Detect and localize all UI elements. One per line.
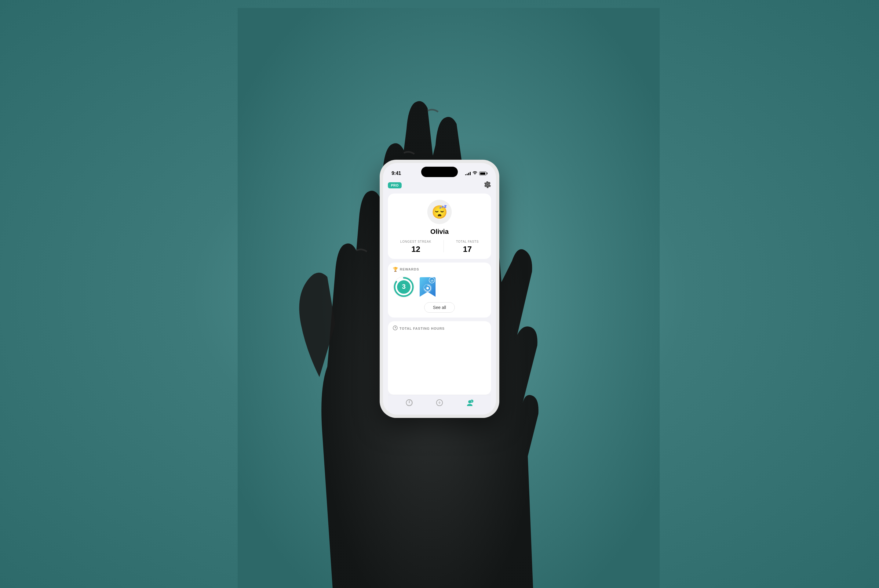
settings-icon[interactable] — [484, 181, 491, 190]
fasting-icon — [393, 326, 398, 331]
status-icons — [465, 171, 487, 176]
fasting-header: TOTAL FASTING HOURS — [393, 326, 486, 331]
profile-card: 😴 Olivia LONGEST STREAK 12 TOTAL FASTS 1… — [388, 194, 491, 259]
bottom-nav — [388, 395, 491, 415]
phone-screen: 9:41 — [383, 163, 496, 415]
profile-nav-icon — [466, 399, 474, 408]
longest-streak-value: 12 — [412, 244, 420, 254]
signal-bar-3 — [468, 173, 469, 175]
svg-point-8 — [426, 287, 429, 290]
badges-row: 3 — [393, 276, 486, 298]
svg-text:3: 3 — [402, 283, 406, 290]
phone-frame: 9:41 — [380, 160, 499, 418]
signal-bar-4 — [470, 172, 471, 175]
rewards-header: 🏆 REWARDS — [393, 267, 486, 272]
fasting-section: TOTAL FASTING HOURS — [388, 321, 491, 395]
screen-content: PRO 😴 Olivia — [383, 180, 496, 415]
trophy-icon: 🏆 — [393, 267, 398, 272]
svg-point-12 — [395, 328, 395, 328]
badge-fasts-10[interactable]: 10 — [418, 276, 437, 298]
avatar: 😴 — [427, 200, 452, 224]
svg-point-14 — [409, 402, 410, 403]
stat-divider — [443, 240, 444, 252]
badge-streak-3[interactable]: 3 — [393, 276, 415, 298]
nav-item-profile[interactable] — [466, 399, 474, 408]
status-time: 9:41 — [392, 171, 401, 176]
pro-badge: PRO — [388, 182, 402, 188]
wifi-icon — [472, 171, 477, 176]
svg-text:10: 10 — [430, 279, 433, 282]
nav-item-explore[interactable] — [436, 399, 443, 408]
see-all-btn-container: See all — [393, 302, 486, 313]
signal-bar-2 — [467, 174, 467, 175]
total-fasts-stat: TOTAL FASTS 17 — [456, 240, 479, 254]
rewards-title: REWARDS — [400, 267, 419, 271]
total-fasts-label: TOTAL FASTS — [456, 240, 479, 243]
rewards-card: 🏆 REWARDS 3 — [388, 262, 491, 318]
battery-icon — [479, 172, 487, 175]
fasting-title: TOTAL FASTING HOURS — [400, 327, 445, 330]
total-fasts-value: 17 — [463, 244, 472, 254]
see-all-button[interactable]: See all — [424, 302, 455, 313]
phone-outer: 9:41 — [380, 160, 499, 418]
signal-bars-icon — [465, 172, 471, 175]
signal-bar-1 — [465, 174, 466, 175]
avatar-emoji: 😴 — [431, 204, 448, 219]
stats-row: LONGEST STREAK 12 TOTAL FASTS 17 — [400, 240, 479, 254]
nav-item-timer[interactable] — [405, 399, 413, 408]
profile-name: Olivia — [430, 228, 449, 236]
longest-streak-label: LONGEST STREAK — [400, 240, 431, 243]
longest-streak-stat: LONGEST STREAK 12 — [400, 240, 431, 254]
compass-nav-icon — [436, 399, 443, 408]
svg-point-1 — [487, 183, 488, 185]
dynamic-island — [421, 167, 458, 177]
timer-nav-icon — [405, 399, 413, 408]
top-bar: PRO — [388, 180, 491, 194]
